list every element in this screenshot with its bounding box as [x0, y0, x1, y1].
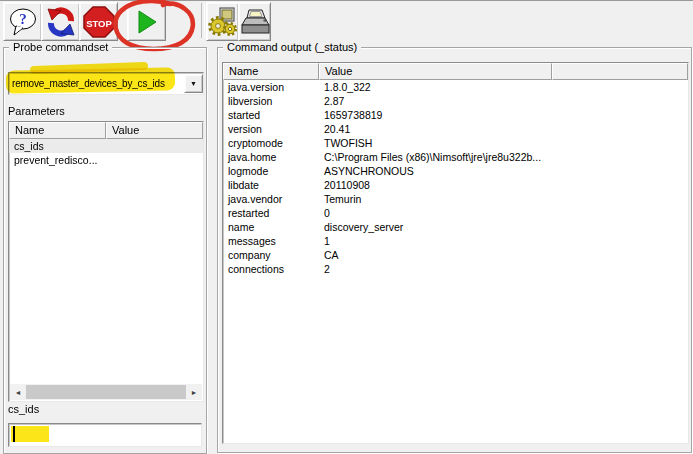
cell-value: Temurin	[319, 192, 688, 206]
table-row[interactable]: libdate20110908	[223, 178, 688, 192]
cell-name: libdate	[223, 178, 319, 192]
help-icon: ?	[8, 7, 38, 37]
column-header-value[interactable]: Value	[319, 63, 552, 80]
toolbar-separator	[201, 3, 205, 38]
cell-name: logmode	[223, 164, 319, 178]
cell-value: 1	[319, 234, 688, 248]
cell-value: C:\Program Files (x86)\Nimsoft\jre\jre8u…	[319, 150, 688, 164]
cell-value: 2.87	[319, 94, 688, 108]
cell-name: version	[223, 122, 319, 136]
table-row[interactable]: java.homeC:\Program Files (x86)\Nimsoft\…	[223, 150, 688, 164]
print-button[interactable]	[238, 2, 271, 41]
parameters-label: Parameters	[8, 105, 65, 117]
commandset-selected-value: remove_master_devices_by_cs_ids	[9, 78, 184, 89]
table-row[interactable]: prevent_redisco...	[9, 153, 203, 167]
restart-icon	[46, 7, 76, 37]
cell-value	[106, 139, 203, 153]
stop-button-label: STOP	[86, 17, 112, 28]
cs-ids-label: cs_ids	[8, 403, 39, 415]
cell-name: messages	[223, 234, 319, 248]
cell-name: java.version	[223, 80, 319, 94]
options-button[interactable]	[206, 2, 239, 41]
table-row[interactable]: java.version1.8.0_322	[223, 80, 688, 94]
cell-value: 1659738819	[319, 108, 688, 122]
cell-name: prevent_redisco...	[9, 153, 106, 167]
run-button[interactable]	[127, 2, 166, 41]
probe-commandset-title: Probe commandset	[9, 41, 112, 54]
cell-name: libversion	[223, 94, 319, 108]
annotation-yellow-highlight-input	[11, 426, 49, 442]
table-row[interactable]: java.vendorTemurin	[223, 192, 688, 206]
text-caret	[13, 426, 15, 442]
scroll-left-button[interactable]: ◄	[10, 384, 26, 400]
command-output-title: Command output (_status)	[223, 41, 361, 54]
table-row[interactable]: restarted0	[223, 206, 688, 220]
cell-name: started	[223, 108, 319, 122]
cell-value: 2	[319, 262, 688, 276]
cell-value: CA	[319, 248, 688, 262]
table-row[interactable]: connections2	[223, 262, 688, 276]
cell-value: ASYNCHRONOUS	[319, 164, 688, 178]
cell-name: connections	[223, 262, 319, 276]
cell-value: 1.8.0_322	[319, 80, 688, 94]
scrollbar-track[interactable]	[26, 384, 186, 400]
printer-icon	[240, 8, 270, 36]
play-icon	[133, 8, 161, 36]
table-row[interactable]: libversion2.87	[223, 94, 688, 108]
cell-value: 0	[319, 206, 688, 220]
help-button[interactable]: ?	[3, 2, 42, 41]
column-header-name[interactable]: Name	[223, 63, 319, 80]
command-output-header: Name Value	[223, 63, 688, 80]
cell-name: name	[223, 220, 319, 234]
column-header-extra[interactable]	[552, 63, 688, 80]
parameters-table-header: Name Value	[9, 122, 203, 139]
cell-value: 20.41	[319, 122, 688, 136]
cs-ids-input[interactable]	[8, 423, 202, 447]
cell-value: discovery_server	[319, 220, 688, 234]
gears-icon	[208, 7, 238, 37]
table-row[interactable]: logmodeASYNCHRONOUS	[223, 164, 688, 178]
column-header-value[interactable]: Value	[106, 122, 203, 139]
parameters-table-body: cs_idsprevent_redisco...	[9, 139, 203, 167]
table-row[interactable]: cryptomodeTWOFISH	[223, 136, 688, 150]
probe-utility-window: ? STOP	[0, 0, 693, 454]
table-row[interactable]: companyCA	[223, 248, 688, 262]
stop-icon: STOP	[83, 6, 115, 38]
svg-text:?: ?	[19, 11, 27, 27]
table-row[interactable]: cs_ids	[9, 139, 203, 153]
cell-name: company	[223, 248, 319, 262]
horizontal-scrollbar[interactable]: ◄ ►	[10, 384, 202, 400]
column-header-name[interactable]: Name	[9, 122, 106, 139]
table-row[interactable]: messages1	[223, 234, 688, 248]
command-output-table: Name Value java.version1.8.0_322libversi…	[222, 62, 689, 444]
parameters-table: Name Value cs_idsprevent_redisco... ◄ ►	[8, 121, 204, 402]
table-row[interactable]: namediscovery_server	[223, 220, 688, 234]
table-row[interactable]: started1659738819	[223, 108, 688, 122]
restart-button[interactable]	[41, 2, 80, 41]
cell-name: cs_ids	[9, 139, 106, 153]
commandset-dropdown[interactable]: remove_master_devices_by_cs_ids ▼	[8, 72, 204, 95]
cell-name: cryptomode	[223, 136, 319, 150]
cell-name: restarted	[223, 206, 319, 220]
cell-name: java.home	[223, 150, 319, 164]
cell-name: java.vendor	[223, 192, 319, 206]
stop-button[interactable]: STOP	[79, 2, 118, 41]
cell-value: 20110908	[319, 178, 688, 192]
table-row[interactable]: version20.41	[223, 122, 688, 136]
scroll-right-button[interactable]: ►	[186, 384, 202, 400]
cell-value: TWOFISH	[319, 136, 688, 150]
cell-value	[106, 153, 203, 167]
chevron-down-icon[interactable]: ▼	[184, 74, 203, 93]
command-output-body: java.version1.8.0_322libversion2.87start…	[223, 80, 688, 276]
scrollbar-thumb[interactable]	[26, 385, 186, 399]
